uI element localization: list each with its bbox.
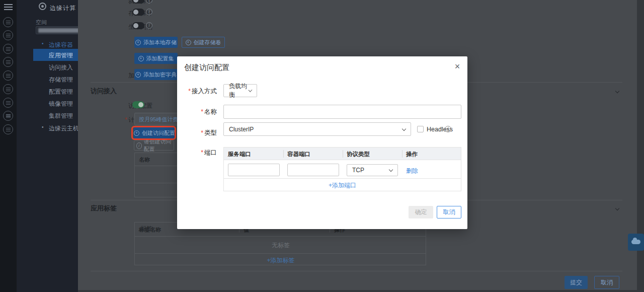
required-mark: * xyxy=(125,116,127,123)
chevron-down-icon xyxy=(402,126,406,130)
access-mode-label: *接入方式 xyxy=(182,87,217,96)
modal-title: 创建访问配置 xyxy=(184,63,229,72)
plus-icon: + xyxy=(186,40,191,45)
space-label: 空间 xyxy=(36,19,47,26)
collapse-section-icon[interactable] xyxy=(615,89,619,93)
layers-icon[interactable] xyxy=(3,84,13,94)
plus-icon: + xyxy=(138,56,144,61)
type-select[interactable]: ClusterIP xyxy=(223,122,411,136)
topology-icon[interactable] xyxy=(3,44,13,54)
info-icon: i xyxy=(445,126,451,132)
info-icon: i xyxy=(146,9,152,15)
col-service-port: 服务端口 xyxy=(228,151,251,158)
sidebar: 边缘计算 空间 • 边缘容器 应用管理 访问接入 存储管理 配置管理 镜像管理 … xyxy=(17,0,78,292)
lifecycle-label: 生命周期 xyxy=(102,23,152,31)
access-section-title: 访问接入 xyxy=(91,87,117,96)
add-secret-button[interactable]: +添加加密字典 xyxy=(134,69,178,80)
create-access-hint: i 请创建访问配置 xyxy=(134,140,174,151)
billing-icon[interactable] xyxy=(3,124,13,134)
container-port-input[interactable] xyxy=(287,164,339,176)
sidebar-group-label: 边缘云主机 xyxy=(49,124,79,133)
page-cancel-button[interactable]: 取消 xyxy=(594,276,619,289)
app-logo-icon xyxy=(39,3,46,10)
required-mark: * xyxy=(201,108,203,115)
space-select-redacted-value xyxy=(38,28,79,33)
add-local-storage-button[interactable]: +添加本地存储 xyxy=(134,37,178,48)
col-label-name: 标签名称 xyxy=(139,226,161,234)
headless-checkbox[interactable] xyxy=(417,126,424,132)
table-header-name: 名称 xyxy=(139,156,150,164)
required-mark: * xyxy=(188,88,191,95)
readiness-probe-toggle[interactable] xyxy=(132,0,144,4)
access-mode-select[interactable]: 负载均衡 xyxy=(223,84,257,97)
modal-cancel-button[interactable]: 取消 xyxy=(437,206,461,218)
liveness-probe-label: 存活探针 xyxy=(102,9,152,18)
add-port-link[interactable]: +添加端口 xyxy=(224,181,461,190)
labels-empty-text: 无标签 xyxy=(135,241,427,250)
delete-port-link[interactable]: 删除 xyxy=(406,167,418,175)
lifecycle-toggle[interactable] xyxy=(132,22,144,29)
info-icon: i xyxy=(146,22,152,29)
users-icon[interactable] xyxy=(3,30,13,40)
type-label: *类型 xyxy=(182,129,217,137)
bullet-icon: • xyxy=(42,41,44,46)
cloud-assistant-button[interactable] xyxy=(628,234,644,251)
port-table: 服务端口 容器端口 协议类型 操作 TCP 删除 +添加端口 xyxy=(223,147,461,191)
port-label: *端口 xyxy=(182,149,217,157)
confirm-button[interactable]: 确定 xyxy=(409,206,433,218)
service-port-input[interactable] xyxy=(228,164,280,176)
col-protocol: 协议类型 xyxy=(347,151,370,158)
cloud-icon[interactable] xyxy=(3,57,13,67)
sidebar-group-label: 边缘容器 xyxy=(49,41,73,49)
cloud-icon xyxy=(631,240,640,244)
add-label-link[interactable]: +添加标签 xyxy=(135,256,427,265)
icon-rail xyxy=(0,0,17,292)
divider xyxy=(91,271,622,271)
database-icon[interactable] xyxy=(3,70,13,81)
app-title: 边缘计算 xyxy=(50,4,76,13)
access-config-toggle[interactable] xyxy=(132,101,144,108)
col-action: 操作 xyxy=(406,151,418,158)
protocol-select[interactable]: TCP xyxy=(347,164,398,176)
name-label: *名称 xyxy=(182,108,217,116)
col-container-port: 容器端口 xyxy=(287,151,310,158)
name-input[interactable] xyxy=(223,105,461,119)
collapse-section-icon[interactable] xyxy=(615,206,619,210)
create-volume-button[interactable]: +创建存储卷 xyxy=(182,37,225,48)
close-icon[interactable]: × xyxy=(452,61,463,72)
plus-icon: + xyxy=(134,130,139,136)
access-config-label: 访问配置 xyxy=(102,102,152,110)
submit-button[interactable]: 提交 xyxy=(565,276,588,289)
required-mark: * xyxy=(201,129,203,136)
plus-icon: + xyxy=(135,72,141,78)
info-icon: i xyxy=(136,142,142,149)
plus-icon: + xyxy=(135,40,141,45)
required-mark: * xyxy=(201,149,203,156)
chevron-down-icon xyxy=(389,168,393,172)
liveness-probe-toggle[interactable] xyxy=(132,9,144,16)
servers-icon[interactable] xyxy=(3,17,13,27)
cloud-upload-icon[interactable] xyxy=(3,98,13,108)
bullet-icon: • xyxy=(42,124,44,130)
create-access-config-button[interactable]: +创建访问配置 xyxy=(134,127,175,138)
readiness-probe-label: 就绪探针 xyxy=(102,0,152,6)
mail-icon[interactable] xyxy=(3,111,13,121)
labels-section-title: 应用标签 xyxy=(91,204,117,213)
app-screen: 边缘计算 空间 • 边缘容器 应用管理 访问接入 存储管理 配置管理 镜像管理 … xyxy=(0,0,644,292)
hamburger-menu-icon[interactable] xyxy=(4,4,13,10)
create-access-config-modal: 创建访问配置 × *接入方式 负载均衡 *名称 *类型 ClusterIP He… xyxy=(177,56,467,229)
add-configset-button[interactable]: +添加配置集 xyxy=(134,53,178,64)
